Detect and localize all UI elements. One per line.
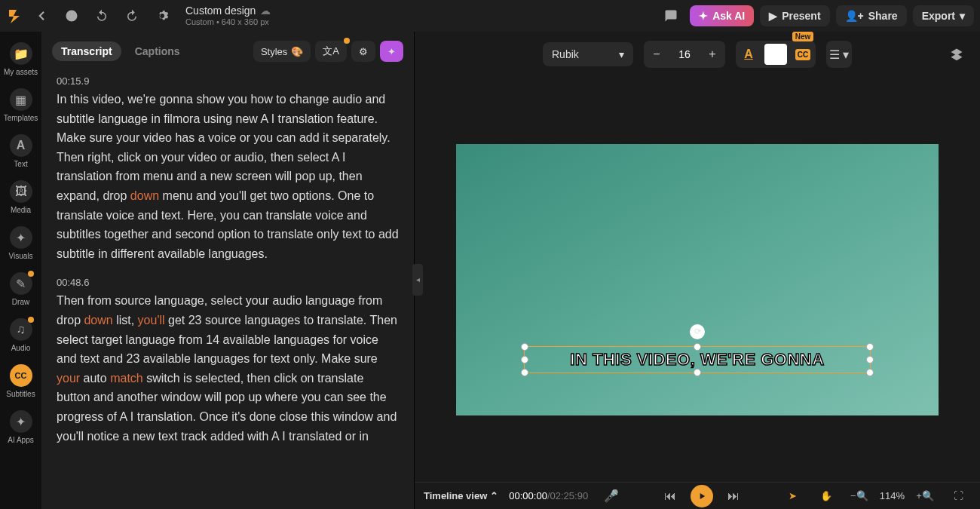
chevron-up-icon: ⌃ (490, 490, 498, 501)
hand-tool[interactable]: ✋ (813, 483, 839, 509)
templates-icon: ▦ (10, 88, 32, 111)
collapse-panel-button[interactable]: ◂ (412, 264, 423, 296)
text-icon: A (10, 134, 32, 157)
history-button[interactable] (59, 3, 84, 29)
translate-button[interactable]: 文A (315, 41, 347, 62)
redo-button[interactable] (119, 3, 145, 29)
resize-handle[interactable] (521, 356, 528, 363)
resize-handle[interactable] (866, 369, 874, 376)
transcript-text[interactable]: Then from source language, select your a… (57, 291, 399, 446)
back-button[interactable] (29, 3, 54, 29)
sparkle-icon: ✦ (387, 46, 396, 57)
canvas[interactable]: ⟳ IN THIS VIDEO, WE'RE GONNA (456, 144, 939, 415)
mic-button[interactable]: 🎤 (599, 483, 624, 509)
tab-captions[interactable]: Captions (126, 41, 189, 61)
top-bar: Custom design☁ Custom • 640 x 360 px ✦As… (0, 0, 980, 32)
ask-ai-button[interactable]: ✦Ask AI (690, 5, 754, 26)
resize-handle[interactable] (694, 369, 701, 376)
font-size-value[interactable]: 16 (669, 48, 700, 60)
transcript-text[interactable]: In this video, we're gonna show you how … (57, 90, 399, 263)
nav-ai-apps[interactable]: ✦AI Apps (0, 407, 41, 447)
text-color-button[interactable]: A (736, 41, 761, 68)
design-title: Custom design☁ Custom • 640 x 360 px (185, 5, 271, 27)
resize-handle[interactable] (866, 343, 874, 351)
design-dimensions: Custom • 640 x 360 px (185, 17, 271, 27)
visuals-icon: ✦ (10, 226, 32, 249)
present-button[interactable]: ▶Present (760, 5, 829, 26)
ai-apps-icon: ✦ (10, 410, 32, 433)
draw-icon: ✎ (10, 272, 32, 295)
magic-button[interactable]: ✦ (380, 41, 403, 62)
playback-time: 00:00:00/02:25:90 (509, 490, 588, 501)
nav-draw[interactable]: ✎Draw (0, 269, 41, 309)
nav-audio[interactable]: ♫Audio (0, 315, 41, 355)
transcript-body[interactable]: 00:15.9In this video, we're gonna show y… (41, 71, 414, 509)
comment-icon[interactable] (658, 3, 684, 29)
share-button[interactable]: 👤+Share (836, 5, 907, 26)
font-size-decrease[interactable]: − (644, 41, 669, 68)
tab-transcript[interactable]: Transcript (52, 41, 121, 61)
transcript-panel: Transcript Captions Styles 🎨 文A ⚙ ✦ 00:1… (41, 32, 415, 509)
nav-my-assets[interactable]: 📁My assets (0, 39, 41, 79)
chevron-down-icon: ▾ (960, 10, 965, 22)
canvas-area[interactable]: ◂ ⟳ IN THIS VIDEO, WE'RE GONNA (415, 77, 980, 482)
cc-theme-button[interactable]: NewCC (790, 41, 816, 68)
add-user-icon: 👤+ (845, 10, 864, 22)
left-nav: 📁My assets ▦Templates AText 🖼Media ✦Visu… (0, 32, 41, 509)
transcript-block[interactable]: 00:15.9In this video, we're gonna show y… (57, 75, 399, 263)
subtitle-box[interactable]: ⟳ IN THIS VIDEO, WE'RE GONNA (524, 346, 871, 373)
rewind-button[interactable]: ⏮ (657, 483, 683, 509)
cursor-tool[interactable]: ➤ (780, 483, 806, 509)
chevron-down-icon: ▾ (619, 48, 624, 60)
resize-handle[interactable] (694, 343, 701, 351)
translate-icon: 文A (323, 44, 339, 58)
audio-icon: ♫ (10, 318, 32, 341)
fullscreen-button[interactable]: ⛶ (945, 483, 971, 509)
nav-media[interactable]: 🖼Media (0, 177, 41, 217)
resize-handle[interactable] (521, 343, 528, 351)
gear-icon: ⚙ (359, 46, 368, 57)
panel-settings-button[interactable]: ⚙ (351, 41, 375, 62)
rotate-handle[interactable]: ⟳ (690, 324, 705, 339)
bottom-bar: Timeline view ⌃ 00:00:00/02:25:90 🎤 ⏮ ⏭ … (415, 482, 980, 509)
transcript-timestamp[interactable]: 00:48.6 (57, 277, 399, 288)
settings-button[interactable] (149, 3, 175, 29)
canvas-side: Rubik▾ − 16 + A NewCC ☰ ▾ ◂ ⟳ (415, 32, 980, 509)
transcript-block[interactable]: 00:48.6Then from source language, select… (57, 277, 399, 446)
subtitle-text[interactable]: IN THIS VIDEO, WE'RE GONNA (525, 350, 870, 369)
design-name[interactable]: Custom design (185, 5, 256, 17)
forward-button[interactable]: ⏭ (721, 483, 746, 509)
undo-button[interactable] (89, 3, 115, 29)
folder-icon: 📁 (10, 42, 32, 65)
subtitles-icon: CC (10, 364, 32, 387)
app-logo (6, 7, 24, 25)
nav-visuals[interactable]: ✦Visuals (0, 223, 41, 263)
play-button[interactable] (691, 485, 713, 507)
font-select[interactable]: Rubik▾ (543, 42, 633, 66)
format-bar: Rubik▾ − 16 + A NewCC ☰ ▾ (415, 32, 980, 77)
present-icon: ▶ (769, 10, 777, 22)
font-size-increase[interactable]: + (700, 41, 725, 68)
resize-handle[interactable] (866, 356, 874, 363)
nav-subtitles[interactable]: CCSubtitles (0, 361, 41, 401)
transcript-timestamp[interactable]: 00:15.9 (57, 75, 399, 87)
styles-button[interactable]: Styles 🎨 (253, 41, 311, 62)
zoom-out-button[interactable]: −🔍 (847, 483, 872, 509)
zoom-level[interactable]: 114% (880, 490, 905, 501)
resize-handle[interactable] (521, 369, 528, 376)
zoom-in-button[interactable]: +🔍 (912, 483, 938, 509)
timeline-view-toggle[interactable]: Timeline view ⌃ (424, 490, 498, 501)
styles-icon: 🎨 (291, 46, 303, 57)
sparkle-icon: ✦ (699, 10, 708, 22)
nav-templates[interactable]: ▦Templates (0, 85, 41, 125)
alignment-button[interactable]: ☰ ▾ (826, 41, 852, 68)
media-icon: 🖼 (10, 180, 32, 203)
nav-text[interactable]: AText (0, 131, 41, 171)
fill-color-button[interactable] (764, 44, 787, 65)
new-badge: New (792, 32, 814, 41)
export-button[interactable]: Export▾ (913, 5, 974, 26)
layers-button[interactable] (944, 41, 969, 67)
cloud-icon: ☁ (260, 5, 271, 17)
